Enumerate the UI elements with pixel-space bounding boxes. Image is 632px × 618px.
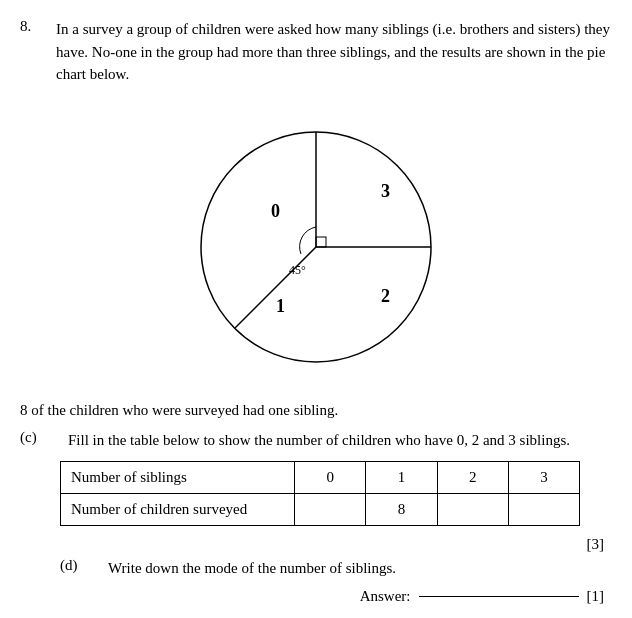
label-2: 2 (381, 286, 390, 306)
answer-underline[interactable] (419, 596, 579, 597)
header-label: Number of siblings (61, 462, 295, 494)
table-row-values: Number of children surveyed 8 (61, 494, 580, 526)
question-8: 8. In a survey a group of children were … (20, 18, 612, 86)
angle-label: 45° (289, 263, 306, 277)
part-c: (c) Fill in the table below to show the … (20, 429, 612, 452)
part-d-label: (d) (60, 557, 100, 580)
header-1: 1 (366, 462, 437, 494)
survey-statement: 8 of the children who were surveyed had … (20, 402, 612, 419)
row2-val-1: 8 (366, 494, 437, 526)
part-c-text: Fill in the table below to show the numb… (68, 429, 612, 452)
siblings-table: Number of siblings 0 1 2 3 Number of chi… (60, 461, 580, 526)
table-row-header: Number of siblings 0 1 2 3 (61, 462, 580, 494)
part-d: (d) Write down the mode of the number of… (60, 557, 612, 580)
label-0: 0 (271, 201, 280, 221)
part-d-row: (d) Write down the mode of the number of… (60, 557, 612, 580)
marks-3: [3] (20, 536, 604, 553)
pie-chart-container: 0 1 2 3 45° (20, 102, 612, 392)
row2-label: Number of children surveyed (61, 494, 295, 526)
question-number: 8. (20, 18, 48, 86)
answer-label: Answer: (360, 588, 411, 605)
pie-chart-svg: 0 1 2 3 45° (171, 102, 461, 392)
siblings-table-wrap: Number of siblings 0 1 2 3 Number of chi… (60, 461, 612, 526)
question-text: In a survey a group of children were ask… (56, 18, 612, 86)
marks-1: [1] (587, 588, 605, 605)
header-0: 0 (295, 462, 366, 494)
part-d-text: Write down the mode of the number of sib… (108, 557, 612, 580)
part-c-label: (c) (20, 429, 60, 452)
header-2: 2 (437, 462, 508, 494)
row2-val-2[interactable] (437, 494, 508, 526)
header-3: 3 (508, 462, 579, 494)
row2-val-3[interactable] (508, 494, 579, 526)
label-3: 3 (381, 181, 390, 201)
answer-row: Answer: [1] (20, 588, 604, 605)
row2-val-0[interactable] (295, 494, 366, 526)
label-1: 1 (276, 296, 285, 316)
